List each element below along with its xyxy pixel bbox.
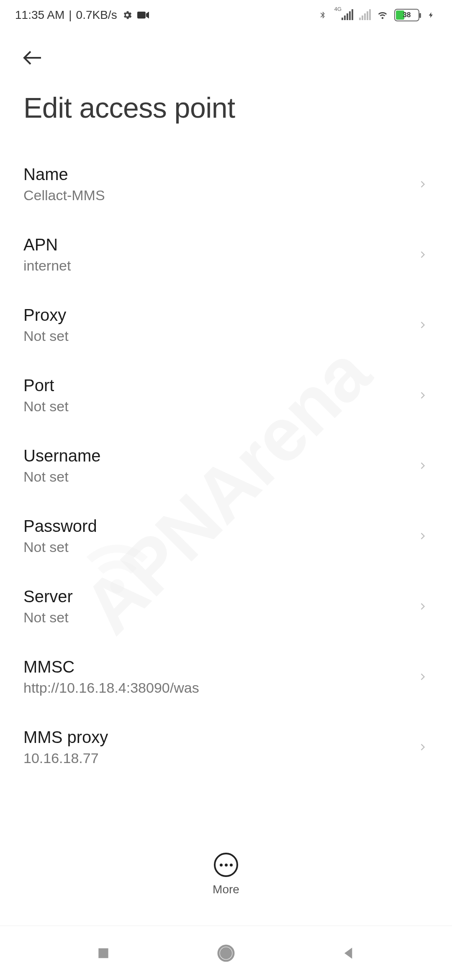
row-port[interactable]: Port Not set [0, 360, 452, 431]
chevron-right-icon [417, 457, 429, 474]
svg-rect-1 [98, 948, 108, 958]
signal-2-icon [359, 10, 371, 20]
row-port-value: Not set [23, 398, 408, 415]
row-mms-proxy-label: MMS proxy [23, 728, 408, 747]
row-proxy-label: Proxy [23, 306, 408, 325]
status-sep: | [69, 8, 72, 22]
row-apn-label: APN [23, 235, 408, 254]
nav-recent-button[interactable] [82, 932, 124, 974]
chevron-right-icon [417, 528, 429, 544]
row-mms-proxy-value: 10.16.18.77 [23, 750, 408, 766]
row-mmsc-value: http://10.16.18.4:38090/was [23, 680, 408, 696]
charging-icon [425, 9, 437, 21]
row-username-value: Not set [23, 469, 408, 485]
row-apn[interactable]: APN internet [0, 219, 452, 290]
navigation-bar [0, 926, 452, 980]
row-server[interactable]: Server Not set [0, 571, 452, 642]
nav-back-button[interactable] [328, 932, 370, 974]
chevron-right-icon [417, 317, 429, 333]
svg-rect-0 [137, 12, 146, 18]
settings-list: Name Cellact-MMS APN internet Proxy Not … [0, 132, 452, 782]
row-mmsc-label: MMSC [23, 658, 408, 676]
status-bar: 11:35 AM | 0.7KB/s 4G 38 [0, 0, 452, 30]
row-proxy-value: Not set [23, 328, 408, 344]
nav-home-button[interactable] [205, 932, 247, 974]
signal-1-icon [342, 10, 353, 20]
row-password-value: Not set [23, 539, 408, 555]
row-username-label: Username [23, 446, 408, 465]
row-mmsc[interactable]: MMSC http://10.16.18.4:38090/was [0, 642, 452, 712]
more-icon [214, 853, 238, 877]
settings-icon [121, 9, 133, 21]
chevron-right-icon [417, 598, 429, 615]
chevron-right-icon [417, 739, 429, 756]
row-proxy[interactable]: Proxy Not set [0, 290, 452, 360]
row-name-value: Cellact-MMS [23, 187, 408, 204]
svg-point-3 [221, 948, 231, 958]
more-button[interactable]: More [0, 853, 452, 896]
row-name[interactable]: Name Cellact-MMS [0, 149, 452, 219]
battery-percent: 38 [395, 11, 419, 19]
signal-label: 4G [334, 6, 342, 12]
chevron-right-icon [417, 246, 429, 263]
row-password[interactable]: Password Not set [0, 501, 452, 571]
row-password-label: Password [23, 517, 408, 536]
row-server-value: Not set [23, 609, 408, 626]
back-button[interactable] [20, 43, 50, 73]
wifi-icon [377, 9, 388, 21]
status-netspeed: 0.7KB/s [76, 8, 117, 22]
camera-icon [137, 9, 149, 21]
page-title: Edit access point [0, 81, 452, 132]
status-time: 11:35 AM [15, 8, 64, 22]
row-mms-proxy[interactable]: MMS proxy 10.16.18.77 [0, 712, 452, 782]
chevron-right-icon [417, 387, 429, 404]
row-name-label: Name [23, 165, 408, 184]
row-server-label: Server [23, 587, 408, 606]
chevron-right-icon [417, 176, 429, 193]
more-label: More [213, 883, 239, 896]
row-username[interactable]: Username Not set [0, 431, 452, 501]
chevron-right-icon [417, 668, 429, 685]
bluetooth-icon [317, 9, 329, 21]
toolbar [0, 30, 452, 81]
row-apn-value: internet [23, 258, 408, 274]
battery-icon: 38 [394, 9, 419, 21]
row-port-label: Port [23, 376, 408, 395]
